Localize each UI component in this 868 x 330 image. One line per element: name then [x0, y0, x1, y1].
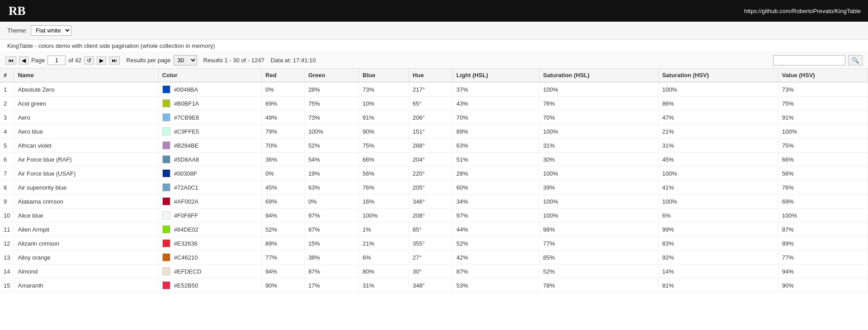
- cell-sat-hsl: 78%: [539, 279, 658, 293]
- next-page-button[interactable]: ▶: [97, 56, 106, 65]
- color-hex: #E32636: [174, 240, 198, 247]
- cell-red: 89%: [262, 237, 305, 251]
- color-hex: #B284BE: [174, 142, 199, 149]
- cell-name: Air superiority blue: [14, 181, 158, 195]
- cell-blue: 76%: [359, 181, 409, 195]
- cell-hue: 27°: [409, 251, 453, 265]
- cell-val-hsv: 56%: [778, 167, 868, 181]
- cell-red: 52%: [262, 223, 305, 237]
- results-per-page-select[interactable]: 10 20 30 50 100: [174, 55, 197, 65]
- cell-val-hsv: 87%: [778, 223, 868, 237]
- cell-sat-hsv: 41%: [658, 181, 778, 195]
- cell-green: 73%: [304, 111, 359, 125]
- cell-green: 54%: [304, 153, 359, 167]
- table-row: 10Alice blue#F0F8FF94%97%100%208°97%100%…: [0, 209, 868, 223]
- search-button[interactable]: 🔍: [848, 55, 863, 65]
- col-sat-hsl: Saturation (HSL): [539, 69, 658, 82]
- cell-red: 90%: [262, 279, 305, 293]
- cell-name: Almond: [14, 265, 158, 279]
- cell-light: 44%: [453, 223, 539, 237]
- cell-val-hsv: 94%: [778, 265, 868, 279]
- cell-color: #7CB9E8: [158, 111, 261, 125]
- subtitle-text: KingTable - colors demo with client side…: [7, 42, 215, 49]
- search-input[interactable]: [773, 55, 845, 65]
- cell-red: 94%: [262, 265, 305, 279]
- col-blue: Blue: [359, 69, 409, 82]
- table-wrapper: # Name Color Red Green Blue Hue Light (H…: [0, 69, 868, 293]
- cell-sat-hsv: 92%: [658, 251, 778, 265]
- color-swatch: [162, 85, 170, 93]
- last-page-button[interactable]: ⏭: [109, 56, 120, 65]
- col-val-hsv: Value (HSV): [778, 69, 868, 82]
- theme-select[interactable]: Flat white: [31, 25, 71, 36]
- cell-color: #0048BA: [158, 82, 261, 97]
- cell-light: 89%: [453, 125, 539, 139]
- cell-light: 60%: [453, 181, 539, 195]
- prev-page-button[interactable]: ◀: [19, 56, 28, 65]
- color-hex: #0048BA: [174, 86, 198, 93]
- cell-blue: 66%: [359, 153, 409, 167]
- col-num: #: [0, 69, 14, 82]
- table-row: 12Alizarin crimson#E3263689%15%21%355°52…: [0, 237, 868, 251]
- cell-blue: 21%: [359, 237, 409, 251]
- cell-hue: 208°: [409, 209, 453, 223]
- color-swatch: [162, 169, 170, 177]
- cell-green: 87%: [304, 265, 359, 279]
- cell-hue: 346°: [409, 195, 453, 209]
- table-row: 7Air Force blue (USAF)#00308F0%19%56%220…: [0, 167, 868, 181]
- table-row: 11Alien Armpit#84DE0252%87%1%85°44%98%99…: [0, 223, 868, 237]
- cell-hue: 85°: [409, 223, 453, 237]
- color-swatch: [162, 141, 170, 149]
- cell-red: 69%: [262, 97, 305, 111]
- cell-red: 49%: [262, 111, 305, 125]
- cell-num: 6: [0, 153, 14, 167]
- cell-name: Absolute Zero: [14, 82, 158, 97]
- cell-color: #C46210: [158, 251, 261, 265]
- cell-sat-hsl: 100%: [539, 167, 658, 181]
- cell-name: Alizarin crimson: [14, 237, 158, 251]
- svg-text:RB: RB: [9, 4, 26, 18]
- cell-green: 97%: [304, 209, 359, 223]
- logo-area: RB: [7, 3, 34, 19]
- cell-blue: 90%: [359, 125, 409, 139]
- first-page-button[interactable]: ⏮: [5, 56, 16, 65]
- page-input[interactable]: 1: [47, 56, 66, 65]
- cell-name: Alice blue: [14, 209, 158, 223]
- cell-val-hsv: 73%: [778, 82, 868, 97]
- cell-num: 13: [0, 251, 14, 265]
- cell-name: Aero blue: [14, 125, 158, 139]
- color-hex: #F0F8FF: [174, 212, 198, 219]
- cell-num: 3: [0, 111, 14, 125]
- cell-blue: 91%: [359, 111, 409, 125]
- cell-light: 70%: [453, 111, 539, 125]
- github-link[interactable]: https://github.com/RobertoPrevato/KingTa…: [744, 8, 861, 14]
- cell-hue: 217°: [409, 82, 453, 97]
- cell-num: 8: [0, 181, 14, 195]
- color-swatch: [162, 155, 170, 163]
- cell-num: 9: [0, 195, 14, 209]
- color-hex: #AF002A: [174, 198, 198, 205]
- cell-sat-hsv: 14%: [658, 265, 778, 279]
- color-swatch: [162, 225, 170, 233]
- cell-green: 52%: [304, 139, 359, 153]
- cell-val-hsv: 66%: [778, 153, 868, 167]
- col-red: Red: [262, 69, 305, 82]
- cell-blue: 100%: [359, 209, 409, 223]
- cell-blue: 75%: [359, 139, 409, 153]
- cell-hue: 151°: [409, 125, 453, 139]
- refresh-button[interactable]: ↺: [84, 56, 94, 65]
- cell-light: 43%: [453, 97, 539, 111]
- color-hex: #EFDECD: [174, 268, 202, 275]
- cell-sat-hsv: 31%: [658, 139, 778, 153]
- table-row: 2Acid green#B0BF1A69%75%10%65°43%76%86%7…: [0, 97, 868, 111]
- cell-sat-hsl: 100%: [539, 125, 658, 139]
- cell-sat-hsl: 39%: [539, 181, 658, 195]
- cell-num: 2: [0, 97, 14, 111]
- cell-sat-hsv: 47%: [658, 111, 778, 125]
- cell-sat-hsv: 99%: [658, 223, 778, 237]
- table-row: 5African violet#B284BE70%52%75%288°63%31…: [0, 139, 868, 153]
- colors-table: # Name Color Red Green Blue Hue Light (H…: [0, 69, 868, 293]
- cell-num: 4: [0, 125, 14, 139]
- color-hex: #5D8AA8: [174, 156, 199, 163]
- cell-red: 36%: [262, 153, 305, 167]
